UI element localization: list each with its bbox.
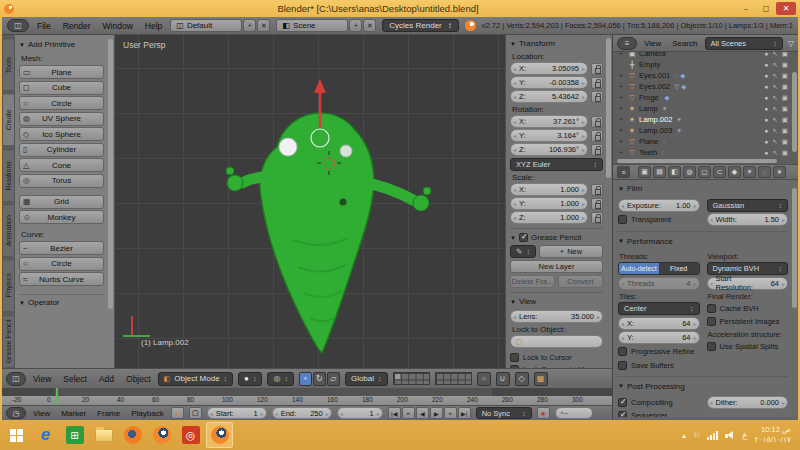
manipulator-button[interactable]: ↻ <box>313 372 326 386</box>
toolshelf-tab[interactable]: Physics <box>2 259 15 312</box>
timeline-menu-item[interactable]: View <box>31 409 52 418</box>
expand-icon[interactable]: + <box>617 72 625 79</box>
mode-selector[interactable]: ◧Object Mode↕ <box>158 372 233 386</box>
add-layout-button[interactable]: + <box>243 19 256 32</box>
compositing-row[interactable]: Compositing <box>618 396 700 408</box>
windows-store-icon[interactable]: ⊞ <box>61 422 88 448</box>
snap-element-icon[interactable]: ◇ <box>515 372 529 386</box>
expand-icon[interactable]: + <box>617 149 625 156</box>
pivot-point-selector[interactable]: ◎↕ <box>267 372 293 386</box>
lock-to-cursor-checkbox[interactable] <box>510 353 519 362</box>
add-mesh-button[interactable]: ▦Grid <box>19 195 104 209</box>
tile-y-field[interactable]: Y:64 <box>618 331 700 344</box>
playback-button[interactable]: ▶| <box>458 407 471 419</box>
properties-tab[interactable]: ⊂ <box>713 166 726 178</box>
render-opengl-icon[interactable]: ▦ <box>534 372 548 386</box>
manipulator-button[interactable]: + <box>299 372 312 386</box>
filter-icon[interactable]: ▽ <box>788 39 794 48</box>
lock-icon[interactable] <box>591 91 603 103</box>
render-visibility-icon[interactable]: ▣ <box>782 94 788 102</box>
outliner-row[interactable]: + ▽ Froge ◆ ● ↖ ▣ <box>617 92 788 103</box>
selectability-arrow-icon[interactable]: ↖ <box>772 105 777 113</box>
add-mesh-button[interactable]: ○Circle <box>19 96 104 110</box>
add-mesh-button[interactable]: ◍UV Sphere <box>19 112 104 126</box>
transform-panel-header[interactable]: ▼Transform <box>510 37 603 50</box>
lock-icon[interactable] <box>591 63 603 75</box>
tile-x-field[interactable]: X:64 <box>618 317 700 330</box>
selectability-arrow-icon[interactable]: ↖ <box>772 116 777 124</box>
current-frame-marker[interactable] <box>56 388 58 405</box>
end-frame-field[interactable]: End:250 <box>272 407 332 419</box>
object-name[interactable]: Lamp.002 <box>639 115 672 124</box>
rotation-field[interactable]: Y:3.164° <box>510 129 588 142</box>
timeline-menu-item[interactable]: Marker <box>59 409 88 418</box>
3d-view-menu-item[interactable]: Add <box>97 374 116 384</box>
persistent-images-checkbox[interactable] <box>707 317 716 326</box>
expand-icon[interactable]: + <box>617 94 625 101</box>
add-mesh-button[interactable]: ▯Cylinder <box>19 143 104 157</box>
playback-button[interactable]: » <box>444 407 457 419</box>
location-field[interactable]: X:3.05095 <box>510 62 588 75</box>
save-buffers-checkbox[interactable] <box>618 361 627 370</box>
timeline-editor-icon[interactable]: ◷ <box>6 407 26 419</box>
sequencer-checkbox[interactable] <box>618 411 627 417</box>
left-hand[interactable] <box>227 175 243 191</box>
render-engine-selector[interactable]: Cycles Render↕ <box>382 19 458 32</box>
performance-panel-header[interactable]: ▼Performance <box>618 235 788 248</box>
rotation-field[interactable]: X:37.261° <box>510 115 588 128</box>
add-primitive-panel-header[interactable]: ▼Add Primitive <box>19 38 104 51</box>
outliner-row[interactable]: ╋ Empty ● ↖ ▣ <box>617 59 788 70</box>
render-visibility-icon[interactable]: ▣ <box>782 127 788 135</box>
properties-editor-icon[interactable]: ≡ <box>617 166 630 178</box>
outliner-row[interactable]: + ▽ Plane ◌ ● ↖ ▣ <box>617 136 788 147</box>
3d-view-menu-item[interactable]: Select <box>61 374 89 384</box>
outliner-menu-item[interactable]: View <box>642 39 663 48</box>
add-mesh-button[interactable]: ▭Plane <box>19 65 104 79</box>
preview-range-icon[interactable]: ● <box>171 407 184 419</box>
dither-field[interactable]: Dither:0.000 <box>707 396 789 409</box>
render-visibility-icon[interactable]: ▣ <box>782 52 788 58</box>
properties-tab[interactable]: ☀ <box>743 166 756 178</box>
properties-tab[interactable]: ◆ <box>728 166 741 178</box>
menu-item[interactable]: Window <box>101 21 135 31</box>
selectability-arrow-icon[interactable]: ↖ <box>772 72 777 80</box>
new-layer-button[interactable]: New Layer <box>510 260 603 273</box>
language-indicator[interactable]: ع <box>742 430 747 440</box>
spiral-app-icon[interactable]: ◎ <box>177 422 204 448</box>
add-mesh-button[interactable]: ◻Cube <box>19 81 104 95</box>
render-visibility-icon[interactable]: ▣ <box>782 83 788 91</box>
properties-tab[interactable]: ∗ <box>773 166 786 178</box>
progressive-refine-row[interactable]: Progressive Refine <box>618 346 700 358</box>
file-explorer-icon[interactable] <box>90 422 117 448</box>
properties-scrollbar[interactable] <box>792 188 797 308</box>
selectability-arrow-icon[interactable]: ↖ <box>772 52 777 58</box>
toolshelf-scrollbar[interactable] <box>108 39 113 309</box>
expand-icon[interactable]: + <box>617 127 625 134</box>
timeline-menu-item[interactable]: Frame <box>95 409 122 418</box>
cache-bvh-row[interactable]: Cache BVH <box>707 302 789 314</box>
3d-viewport[interactable]: User Persp (1) <box>115 35 505 368</box>
scale-field[interactable]: Y:1.000 <box>510 197 588 210</box>
properties-tab[interactable]: ◌ <box>758 166 771 178</box>
sync-mode-selector[interactable]: No Sync↕ <box>476 407 532 419</box>
filter-width-field[interactable]: Width:1.50 <box>707 213 789 226</box>
visibility-eye-icon[interactable]: ● <box>764 149 768 157</box>
lock-icon[interactable] <box>591 130 603 142</box>
tray-expand-icon[interactable]: ▴ <box>682 431 686 440</box>
display-scope-selector[interactable]: All Scenes↕ <box>705 37 783 50</box>
selectability-arrow-icon[interactable]: ↖ <box>772 94 777 102</box>
outliner-row[interactable]: + ▽ Teeth ◌ ● ↖ ▣ <box>617 147 788 158</box>
minimize-button[interactable]: – <box>736 2 756 15</box>
add-mesh-button[interactable]: ◎Torus <box>19 174 104 188</box>
layers-grid-right[interactable] <box>435 372 472 385</box>
start-button[interactable] <box>3 422 30 448</box>
selectability-arrow-icon[interactable]: ↖ <box>772 61 777 69</box>
expand-icon[interactable]: + <box>617 83 625 90</box>
expand-icon[interactable]: + <box>617 52 625 57</box>
manipulator-arrow-icon[interactable] <box>314 79 326 93</box>
visibility-eye-icon[interactable]: ● <box>764 105 768 113</box>
outliner-row[interactable]: + ☀ Lamp ☀ ● ↖ ▣ <box>617 103 788 114</box>
properties-tab[interactable]: ◍ <box>683 166 696 178</box>
filter-type-selector[interactable]: Gaussian↕ <box>707 199 789 212</box>
playback-button[interactable]: « <box>402 407 415 419</box>
